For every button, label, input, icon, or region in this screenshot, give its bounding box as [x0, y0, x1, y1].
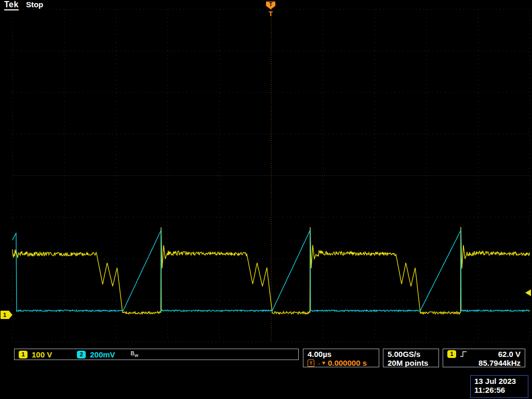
trigger-level-value[interactable]: 62.0 V — [498, 350, 521, 358]
trigger-t-badge: T — [308, 360, 314, 367]
ch2-scale[interactable]: 200mV — [90, 350, 115, 359]
sample-rate: 5.00GS/s — [388, 350, 434, 358]
trigger-frequency: 85.7944kHz — [447, 358, 521, 367]
bandwidth-limit-icon: BW — [131, 351, 139, 358]
ch1-badge[interactable]: 1 — [19, 351, 28, 358]
acquisition-status: Stop — [26, 0, 43, 9]
trigger-position-readout: T →▼ 0.000000 s — [308, 358, 375, 367]
trigger-t-icon: T — [267, 10, 275, 18]
waveform-display — [0, 0, 532, 399]
ch1-scale[interactable]: 100 V — [32, 350, 52, 359]
acquisition-readout-box: 5.00GS/s 20M points — [383, 349, 439, 367]
horizontal-readout-box: 4.00µs T →▼ 0.000000 s — [303, 349, 379, 367]
oscilloscope-screen: Tek Stop T T 1 1 100 V 2 200mV BW 4.00µs… — [0, 0, 532, 399]
timebase-scale[interactable]: 4.00µs — [308, 350, 375, 358]
channel-readout-box: 1 100 V 2 200mV BW — [14, 349, 299, 360]
tek-logo: Tek — [4, 0, 19, 10]
ch2-badge[interactable]: 2 — [77, 351, 86, 358]
trigger-source-badge[interactable]: 1 — [447, 350, 456, 358]
top-status-bar: Tek Stop — [4, 0, 43, 10]
date-text: 13 Jul 2023 — [474, 377, 524, 385]
record-length: 20M points — [388, 358, 434, 367]
trigger-arrow-icon: →▼ — [316, 358, 326, 367]
datetime-box: 13 Jul 2023 11:26:56 — [470, 375, 528, 398]
rising-edge-slope-icon — [460, 350, 468, 358]
trigger-position-value: 0.000000 s — [328, 358, 367, 367]
time-text: 11:26:56 — [474, 385, 524, 394]
trigger-readout-box: 1 62.0 V 85.7944kHz — [443, 349, 525, 367]
